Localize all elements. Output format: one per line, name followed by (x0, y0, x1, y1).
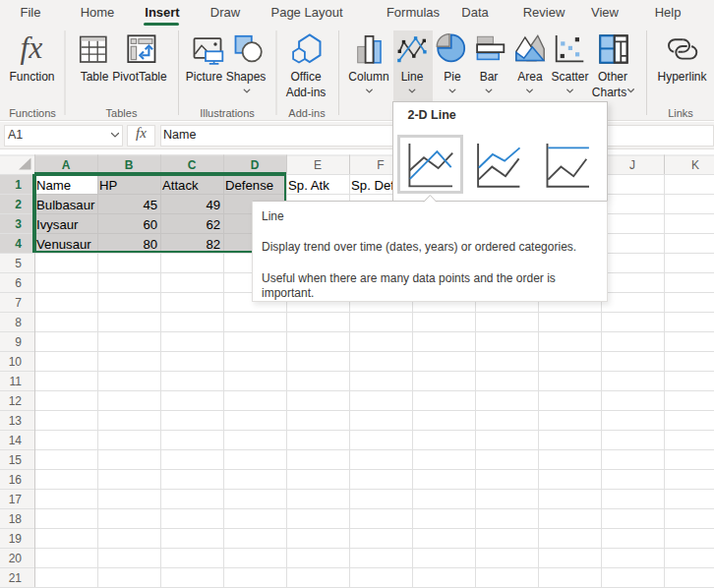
svg-text:7: 7 (15, 296, 22, 310)
svg-text:20: 20 (9, 552, 23, 565)
svg-text:5: 5 (15, 257, 22, 270)
svg-text:45: 45 (144, 198, 158, 212)
svg-text:19: 19 (9, 532, 23, 546)
svg-text:15: 15 (9, 453, 23, 467)
svg-text:1: 1 (15, 178, 22, 192)
svg-text:14: 14 (9, 434, 23, 447)
svg-text:3: 3 (15, 217, 22, 231)
svg-text:16: 16 (9, 473, 23, 487)
svg-text:62: 62 (207, 217, 221, 232)
svg-text:A: A (62, 158, 71, 172)
svg-text:80: 80 (144, 237, 158, 252)
svg-text:9: 9 (15, 335, 22, 349)
svg-text:11: 11 (10, 375, 23, 388)
svg-text:Sp. Def: Sp. Def (351, 178, 394, 193)
svg-text:D: D (251, 158, 260, 172)
svg-text:Sp. Atk: Sp. Atk (288, 178, 329, 193)
svg-text:C: C (188, 158, 197, 172)
svg-text:Defense: Defense (225, 178, 273, 193)
svg-text:2: 2 (15, 198, 22, 211)
svg-text:Ivysaur: Ivysaur (36, 217, 79, 232)
svg-text:F: F (377, 158, 384, 172)
svg-text:K: K (691, 158, 699, 172)
svg-text:E: E (314, 158, 322, 172)
svg-text:17: 17 (9, 493, 23, 506)
svg-text:B: B (125, 158, 134, 172)
svg-text:49: 49 (207, 198, 221, 212)
svg-text:82: 82 (207, 237, 221, 252)
svg-text:6: 6 (15, 276, 22, 290)
svg-text:Bulbasaur: Bulbasaur (36, 198, 95, 212)
svg-text:J: J (629, 158, 635, 172)
svg-text:Name: Name (36, 178, 71, 193)
svg-text:4: 4 (15, 237, 22, 251)
svg-text:Venusaur: Venusaur (36, 237, 91, 252)
svg-text:21: 21 (9, 571, 23, 585)
svg-text:12: 12 (9, 394, 23, 408)
svg-text:fx: fx (21, 30, 43, 65)
svg-text:HP: HP (99, 178, 118, 193)
svg-text:60: 60 (144, 217, 158, 232)
svg-text:8: 8 (15, 316, 22, 329)
svg-text:13: 13 (9, 414, 23, 428)
svg-text:10: 10 (9, 355, 23, 369)
svg-text:Attack: Attack (162, 178, 199, 193)
svg-text:18: 18 (9, 512, 23, 526)
